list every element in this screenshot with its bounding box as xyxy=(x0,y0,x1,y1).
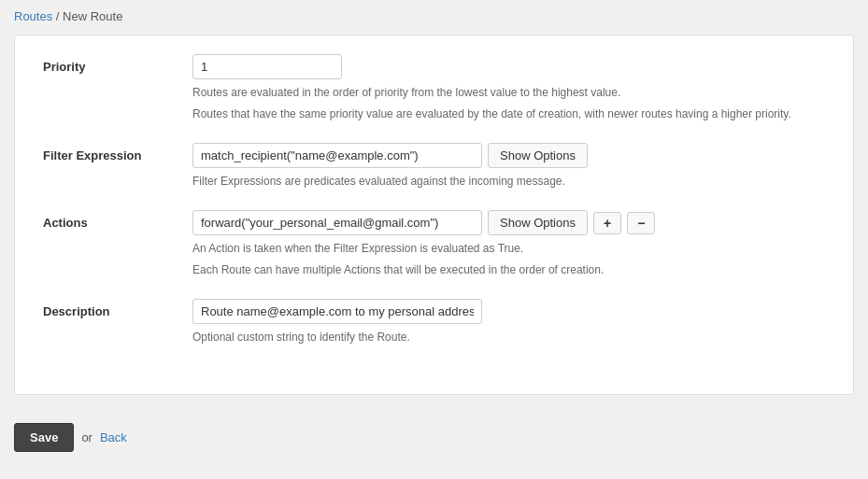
actions-show-options-button[interactable]: Show Options xyxy=(488,210,588,235)
priority-input[interactable] xyxy=(192,54,342,79)
priority-help2: Routes that have the same priority value… xyxy=(192,106,825,122)
actions-content: Show Options + − An Action is taken when… xyxy=(192,210,825,278)
actions-input[interactable] xyxy=(192,210,482,235)
priority-content: Routes are evaluated in the order of pri… xyxy=(192,54,825,122)
description-content: Optional custom string to identify the R… xyxy=(192,299,825,345)
filter-expression-content: Show Options Filter Expressions are pred… xyxy=(192,143,825,190)
description-input[interactable] xyxy=(192,299,482,324)
filter-show-options-button[interactable]: Show Options xyxy=(488,143,588,168)
filter-expression-label: Filter Expression xyxy=(43,143,192,162)
priority-help1: Routes are evaluated in the order of pri… xyxy=(192,84,825,101)
description-row: Description Optional custom string to id… xyxy=(43,299,825,345)
actions-help2: Each Route can have multiple Actions tha… xyxy=(192,261,825,278)
actions-remove-button[interactable]: − xyxy=(627,212,655,234)
filter-expression-inline: Show Options xyxy=(192,143,825,168)
actions-row: Actions Show Options + − An Action is ta… xyxy=(43,210,825,278)
filter-expression-row: Filter Expression Show Options Filter Ex… xyxy=(43,143,825,190)
breadcrumb-current: New Route xyxy=(63,9,122,23)
back-link[interactable]: Back xyxy=(100,430,127,444)
actions-add-button[interactable]: + xyxy=(593,212,621,234)
actions-help1: An Action is taken when the Filter Expre… xyxy=(192,240,825,257)
breadcrumb-separator: / xyxy=(56,9,63,23)
priority-label: Priority xyxy=(43,54,192,74)
form-card: Priority Routes are evaluated in the ord… xyxy=(14,35,854,395)
filter-expression-input[interactable] xyxy=(192,143,482,168)
save-button[interactable]: Save xyxy=(14,423,74,452)
actions-inline: Show Options + − xyxy=(192,210,825,235)
priority-row: Priority Routes are evaluated in the ord… xyxy=(43,54,825,122)
or-text: or xyxy=(81,430,92,444)
actions-label: Actions xyxy=(43,210,192,230)
breadcrumb-routes-link[interactable]: Routes xyxy=(14,9,52,23)
breadcrumb: Routes / New Route xyxy=(14,9,854,23)
filter-expression-help: Filter Expressions are predicates evalua… xyxy=(192,173,825,190)
description-label: Description xyxy=(43,299,192,318)
description-help: Optional custom string to identify the R… xyxy=(192,329,825,345)
footer-bar: Save or Back xyxy=(14,414,854,461)
